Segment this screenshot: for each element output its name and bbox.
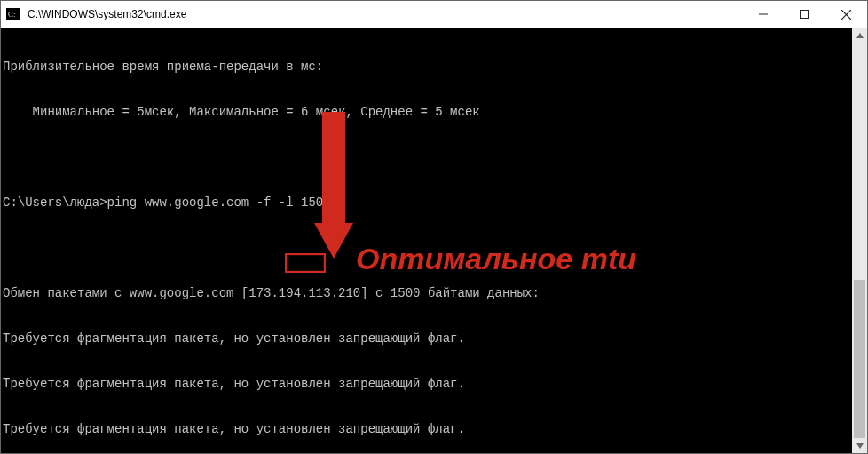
- terminal-line: [3, 241, 865, 256]
- cmd-window: C: C:\WINDOWS\system32\cmd.exe Приблизит…: [0, 0, 868, 454]
- terminal-line: C:\Users\люда>ping www.google.com -f -l …: [3, 195, 865, 211]
- scroll-thumb[interactable]: [854, 280, 865, 438]
- terminal-line: [3, 150, 865, 165]
- terminal-line: Требуется фрагментация пакета, но устано…: [3, 377, 865, 392]
- annotation-arrow: [307, 112, 360, 259]
- scroll-up-button[interactable]: [852, 28, 867, 43]
- annotation-highlight-box: [285, 253, 326, 273]
- terminal-line: Требуется фрагментация пакета, но устано…: [3, 422, 865, 437]
- terminal-line: Требуется фрагментация пакета, но устано…: [3, 331, 865, 346]
- svg-rect-3: [801, 11, 809, 19]
- minimize-button[interactable]: [743, 1, 784, 28]
- svg-marker-7: [856, 443, 864, 449]
- close-button[interactable]: [825, 1, 867, 28]
- svg-marker-6: [856, 33, 864, 38]
- titlebar[interactable]: C: C:\WINDOWS\system32\cmd.exe: [1, 1, 867, 28]
- terminal-line: Минимальное = 5мсек, Максимальное = 6 мс…: [3, 105, 865, 120]
- cmd-icon: C:: [1, 8, 26, 20]
- terminal-line: Приблизительное время приема-передачи в …: [3, 60, 865, 75]
- window-controls: [743, 1, 867, 28]
- svg-text:C:: C:: [8, 10, 16, 19]
- window-title: C:\WINDOWS\system32\cmd.exe: [26, 8, 743, 20]
- scroll-down-button[interactable]: [852, 438, 867, 453]
- vertical-scrollbar[interactable]: [852, 28, 867, 453]
- terminal-area[interactable]: Приблизительное время приема-передачи в …: [1, 28, 867, 453]
- scroll-track[interactable]: [852, 43, 867, 438]
- maximize-button[interactable]: [784, 1, 825, 28]
- terminal-line: Обмен пакетами с www.google.com [173.194…: [3, 286, 865, 301]
